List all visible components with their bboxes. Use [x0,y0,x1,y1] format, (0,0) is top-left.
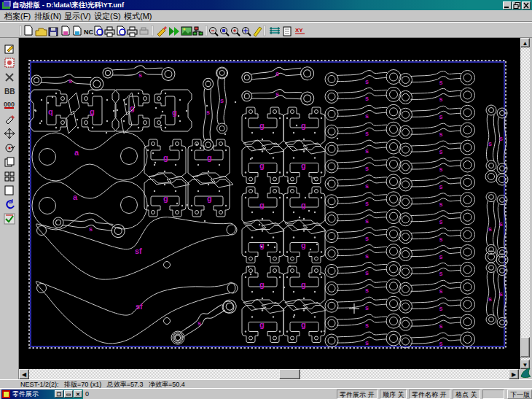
svg-text:s: s [89,225,93,233]
svg-text:g: g [90,107,95,116]
svg-text:g: g [259,161,265,170]
svg-text:XY: XY [295,27,303,34]
svg-text:s: s [439,322,443,330]
svg-text:g: g [163,194,168,203]
svg-text:a: a [73,193,78,201]
svg-text:s: s [365,287,369,294]
svg-text:000: 000 [4,101,15,108]
svg-text:s: s [488,295,492,303]
svg-text:g: g [207,153,212,162]
svg-text:s: s [439,253,443,260]
svg-text:s: s [365,304,369,311]
svg-text:s: s [439,236,443,243]
svg-text:s: s [69,77,72,85]
svg-text:g: g [207,194,212,203]
svg-text:s: s [439,148,443,155]
svg-text:s: s [439,218,443,225]
svg-text:s: s [365,78,369,85]
svg-text:s: s [365,217,369,225]
svg-text:s: s [365,112,369,120]
svg-text:s: s [365,235,369,242]
svg-text:s: s [365,252,369,260]
svg-text:s: s [439,79,443,86]
svg-text:BB: BB [4,88,15,96]
svg-text:s: s [488,140,492,147]
svg-text:a: a [74,148,79,157]
svg-text:g: g [301,320,306,329]
svg-text:s: s [488,225,492,233]
svg-text:g: g [259,320,265,329]
svg-text:s: s [499,135,503,142]
svg-text:s: s [365,269,369,276]
svg-text:s: s [365,182,369,190]
svg-text:s: s [138,71,142,79]
svg-text:s: s [439,340,443,347]
svg-text:g: g [301,201,306,209]
svg-text:s: s [499,290,503,298]
svg-text:s: s [439,305,443,312]
svg-text:s: s [206,109,210,116]
svg-text:s: s [365,339,369,346]
svg-text:g: g [163,153,168,162]
svg-text:s: s [439,183,443,190]
svg-text:s: s [439,287,443,295]
svg-text:s: s [365,200,369,207]
svg-text:g: g [301,280,306,289]
svg-text:g: g [301,241,306,249]
svg-text:sf: sf [135,247,142,255]
svg-text:s: s [220,97,224,104]
svg-text:s: s [197,319,201,327]
svg-text:s: s [275,70,279,77]
svg-text:sf: sf [136,302,143,311]
svg-text:s: s [439,96,443,103]
svg-text:s: s [275,90,279,98]
svg-text:g: g [172,108,177,117]
svg-text:s: s [365,165,369,172]
svg-text:s: s [365,147,369,155]
svg-text:s: s [439,131,443,138]
svg-text:g: g [301,121,306,130]
svg-text:s: s [365,95,369,102]
svg-text:s: s [365,130,369,137]
svg-text:NC: NC [84,28,93,36]
svg-text:g: g [259,121,265,130]
svg-text:g: g [259,241,265,249]
svg-text:g: g [259,280,265,289]
svg-text:s: s [365,322,369,329]
svg-text:s: s [439,113,443,120]
svg-text:s: s [499,220,503,228]
svg-text:q: q [48,107,53,116]
svg-text:g: g [301,161,306,170]
svg-text:g: g [259,201,265,209]
svg-text:s: s [439,201,443,208]
svg-text:s: s [439,270,443,277]
svg-text:s: s [439,166,443,173]
